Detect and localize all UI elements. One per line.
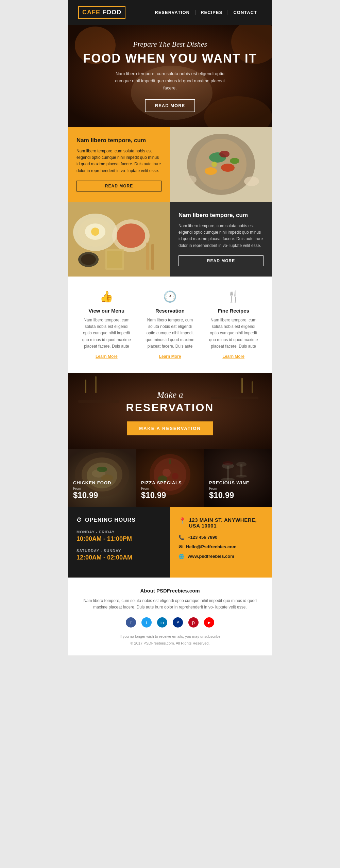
chicken-card-content: CHICKEN FOOD From $10.99 <box>68 449 136 507</box>
menu-card-chicken: CHICKEN FOOD From $10.99 <box>68 449 136 507</box>
feature-menu-title: View our Menu <box>80 308 133 314</box>
clock-icon: 🕐 <box>143 290 197 303</box>
website-icon: 🌐 <box>178 554 184 559</box>
nav-reservation[interactable]: RESERVATION <box>150 10 194 15</box>
section2-text: Nam libero tempore, cum soluta nobis est… <box>178 223 264 249</box>
section1-text: Nam libero tempore, cum soluta nobis est… <box>76 148 162 174</box>
pizza-card-price: $10.99 <box>141 490 199 500</box>
social-pinterest[interactable]: p <box>188 617 199 628</box>
section1-content: Nam libero tempore, cum Nam libero tempo… <box>76 137 162 174</box>
chicken-card-from: From <box>73 487 131 490</box>
svg-point-14 <box>211 162 217 167</box>
feature-reservation-text: Nam libero tempore, cum soluta nobis est… <box>143 317 197 350</box>
feature-reservation-link[interactable]: Learn More <box>159 354 181 359</box>
chicken-card-price: $10.99 <box>73 490 131 500</box>
phone-icon: 📞 <box>178 535 184 540</box>
feature-menu-link[interactable]: Learn More <box>96 354 118 359</box>
social-twitter[interactable]: t <box>141 617 152 628</box>
social-facebook[interactable]: f <box>126 617 136 628</box>
header: CAFE FOOD RESERVATION | RECIPES | CONTAC… <box>68 0 272 25</box>
feature-recipes-link[interactable]: Learn More <box>222 354 244 359</box>
reservation-content: Make a RESERVATION MAKE A RESERVATION <box>75 390 265 435</box>
wine-card-from: From <box>209 487 267 490</box>
section2-content: Nam libero tempore, cum Nam libero tempo… <box>178 212 264 249</box>
pizza-card-from: From <box>141 487 199 490</box>
svg-point-10 <box>221 164 235 172</box>
bottom-info-section: ⏱ OPENING HOURS MONDAY - FRIDAY 10:00AM … <box>68 507 272 578</box>
section1-image <box>170 127 272 202</box>
reservation-cta-button[interactable]: MAKE A RESERVATION <box>127 421 213 435</box>
wine-card-content: PRECIOUS WINE From $10.99 <box>204 449 272 507</box>
chicken-card-title: CHICKEN FOOD <box>73 480 131 485</box>
nav-contact[interactable]: CONTACT <box>228 10 262 15</box>
menu-cards-section: CHICKEN FOOD From $10.99 <box>68 449 272 507</box>
feature-menu-text: Nam libero tempore, cum soluta nobis est… <box>80 317 133 350</box>
social-paypal[interactable]: P <box>173 617 183 628</box>
svg-point-11 <box>205 167 217 175</box>
menu-card-wine: PRECIOUS WINE From $10.99 <box>204 449 272 507</box>
weekend-label: SATURDAY - SUNDAY <box>76 549 162 553</box>
section-2: Nam libero tempore, cum Nam libero tempo… <box>68 202 272 277</box>
hero-section: Prepare The Best Dishes FOOD WHEN YOU WA… <box>68 25 272 127</box>
wine-card-title: PRECIOUS WINE <box>209 480 267 485</box>
hero-subtitle: Prepare The Best Dishes <box>83 40 257 49</box>
pizza-card-content: PIZZA SPECIALS From $10.99 <box>136 449 204 507</box>
nav-recipes[interactable]: RECIPES <box>196 10 227 15</box>
feature-recipes-text: Nam libero tempore, cum soluta nobis est… <box>207 317 260 350</box>
contact-website: 🌐 www.psdfreebies.com <box>178 554 264 559</box>
hero-cta-button[interactable]: Read More <box>145 99 195 112</box>
contact-info-col: 📍 123 MAIN ST. ANYWHERE, USA 10001 📞 +12… <box>170 507 272 578</box>
reservation-title: RESERVATION <box>75 401 265 414</box>
utensils-icon: 🍴 <box>207 290 260 303</box>
svg-point-13 <box>230 158 239 164</box>
hero-content: Prepare The Best Dishes FOOD WHEN YOU WA… <box>76 33 264 118</box>
features-section: 👍 View our Menu Nam libero tempore, cum … <box>68 277 272 373</box>
weekday-time: 10:00AM - 11:00PM <box>76 535 162 542</box>
social-icons-group: f t in P p ▶ <box>82 617 258 628</box>
svg-rect-25 <box>107 251 122 268</box>
section2-title: Nam libero tempore, cum <box>178 212 264 219</box>
weekend-time: 12:00AM - 02:00AM <box>76 554 162 561</box>
section1-food-svg <box>170 127 272 202</box>
logo: CAFE FOOD <box>78 6 125 19</box>
opening-hours-col: ⏱ OPENING HOURS MONDAY - FRIDAY 10:00AM … <box>68 507 170 578</box>
hero-title: FOOD WHEN YOU WANT IT <box>83 51 257 66</box>
email-icon: ✉ <box>178 544 183 550</box>
menu-card-pizza: PIZZA SPECIALS From $10.99 <box>136 449 204 507</box>
reservation-section: Make a RESERVATION MAKE A RESERVATION <box>68 373 272 449</box>
svg-point-15 <box>244 177 259 186</box>
contact-email: ✉ Hello@Psdfreebies.com <box>178 544 264 550</box>
footer: About PSDFreebies.com Nam libero tempore… <box>68 578 272 655</box>
feature-menu: 👍 View our Menu Nam libero tempore, cum … <box>75 290 138 359</box>
opening-hours-title: ⏱ OPENING HOURS <box>76 517 162 523</box>
feature-reservation: 🕐 Reservation Nam libero tempore, cum so… <box>138 290 202 359</box>
svg-point-16 <box>184 176 197 184</box>
section1-text-col: Nam libero tempore, cum Nam libero tempo… <box>68 127 170 202</box>
hero-description: Nam libero tempore, cum soluta nobis est… <box>109 70 231 91</box>
svg-point-8 <box>196 139 247 190</box>
contact-address: 📍 123 MAIN ST. ANYWHERE, USA 10001 <box>178 517 264 529</box>
section2-image <box>68 202 170 277</box>
svg-point-29 <box>81 254 96 265</box>
footer-copyright: © 2017 PSDFreebies.com. All Rights Reser… <box>82 641 258 645</box>
social-youtube[interactable]: ▶ <box>204 617 214 628</box>
feature-recipes-title: Fine Recipes <box>207 308 260 314</box>
section1-title: Nam libero tempore, cum <box>76 137 162 144</box>
section2-text-col: Nam libero tempore, cum Nam libero tempo… <box>170 202 272 277</box>
section2-food-svg <box>68 202 170 277</box>
reservation-subtitle: Make a <box>75 390 265 400</box>
footer-text: Nam libero tempore, cum soluta nobis est… <box>82 598 258 611</box>
pizza-card-title: PIZZA SPECIALS <box>141 480 199 485</box>
footer-unsubscribe: If you no longer wish to receive emails,… <box>82 634 258 638</box>
logo-text: CAFE <box>82 9 102 16</box>
thumbs-up-icon: 👍 <box>80 290 133 303</box>
weekday-label: MONDAY - FRIDAY <box>76 530 162 534</box>
feature-reservation-title: Reservation <box>143 308 197 314</box>
section1-cta-button[interactable]: Read More <box>76 181 162 191</box>
location-icon: 📍 <box>178 517 186 524</box>
social-linkedin[interactable]: in <box>157 617 167 628</box>
svg-rect-26 <box>146 243 149 270</box>
section2-cta-button[interactable]: Read More <box>178 255 264 266</box>
wine-card-price: $10.99 <box>209 490 267 500</box>
contact-phone: 📞 +123 456 7890 <box>178 535 264 540</box>
